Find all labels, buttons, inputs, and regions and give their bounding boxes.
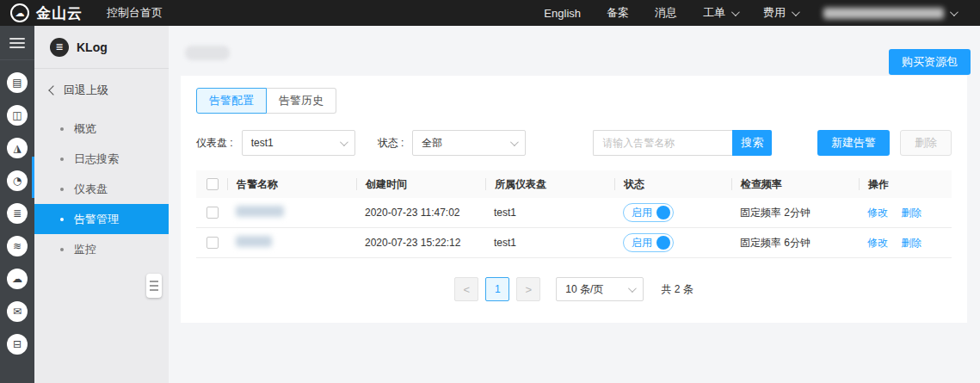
topbar-link-billing[interactable]: 费用 xyxy=(763,5,798,21)
chevron-down-icon xyxy=(510,138,519,146)
tab-alarm-history[interactable]: 告警历史 xyxy=(267,88,336,114)
dashboard-cell: test1 xyxy=(485,237,614,249)
main-content: 购买资源包 告警配置 告警历史 仪表盘 : test1 状态 : 全部 搜索 xyxy=(169,26,980,383)
status-toggle-label: 启用 xyxy=(632,236,652,250)
dashboard-cell: test1 xyxy=(485,207,614,219)
current-page-button[interactable]: 1 xyxy=(485,277,509,301)
mail-product-icon[interactable]: ✉ xyxy=(7,301,28,322)
chevron-down-icon xyxy=(792,8,800,16)
toggle-knob xyxy=(656,206,670,219)
share-nodes-product-icon[interactable]: ◮ xyxy=(7,138,28,158)
select-all-checkbox[interactable] xyxy=(206,178,219,190)
table-header-row: 告警名称 创建时间 所属仪表盘 状态 检查频率 操作 xyxy=(196,170,952,198)
user-account-menu[interactable] xyxy=(823,8,956,19)
topbar-link-billing-label: 费用 xyxy=(763,5,786,21)
database-product-icon[interactable]: ≣ xyxy=(7,203,28,224)
sidebar-item-label: 监控 xyxy=(74,242,96,257)
chevron-down-icon xyxy=(340,138,348,146)
sidebar-item-dashboard[interactable]: 仪表盘 xyxy=(34,174,169,204)
page-size-value: 10 条/页 xyxy=(565,282,603,297)
frequency-cell: 固定频率 2分钟 xyxy=(731,206,859,220)
header-actions: 操作 xyxy=(859,178,952,190)
redacted-alarm-name xyxy=(236,236,272,247)
header-created-time: 创建时间 xyxy=(356,178,485,190)
chevron-down-icon xyxy=(950,8,958,16)
delete-alarm-button[interactable]: 删除 xyxy=(900,130,952,156)
sidebar-item-overview[interactable]: 概览 xyxy=(34,114,169,144)
created-time-cell: 2020-07-23 15:22:12 xyxy=(356,237,485,249)
server-product-icon[interactable]: ▤ xyxy=(7,72,28,93)
topbar-link-messages[interactable]: 消息 xyxy=(655,5,677,21)
row-checkbox[interactable] xyxy=(206,237,219,249)
sidebar-item-monitoring[interactable]: 监控 xyxy=(34,234,169,264)
sidebar-item-label: 概览 xyxy=(74,121,96,137)
back-label: 回退上级 xyxy=(64,83,108,98)
buy-resource-pack-button[interactable]: 购买资源包 xyxy=(889,49,971,75)
bullet-icon xyxy=(60,248,64,251)
sidebar-item-log-search[interactable]: 日志搜索 xyxy=(34,144,169,174)
sidebar-menu: 概览 日志搜索 仪表盘 告警管理 监控 xyxy=(34,114,169,264)
status-toggle-on[interactable]: 启用 xyxy=(623,233,674,252)
alarm-name-cell xyxy=(227,236,356,250)
id-card-product-icon[interactable]: ⊟ xyxy=(7,334,28,355)
klog-app-icon: ≣ xyxy=(50,38,69,57)
bullet-icon xyxy=(60,127,64,131)
modify-link[interactable]: 修改 xyxy=(867,207,888,219)
status-cell: 启用 xyxy=(614,203,731,222)
brand-name: 金山云 xyxy=(36,3,83,23)
contacts-product-icon[interactable]: ◫ xyxy=(7,105,28,126)
topbar-link-beian[interactable]: 备案 xyxy=(607,5,629,21)
rail-menu-toggle[interactable] xyxy=(0,26,34,60)
layers-product-icon[interactable]: ≋ xyxy=(7,236,28,256)
back-to-parent-link[interactable]: 回退上级 xyxy=(34,69,169,107)
dashboard-filter-label: 仪表盘 : xyxy=(196,136,233,151)
header-dashboard: 所属仪表盘 xyxy=(485,178,614,190)
next-page-button[interactable]: > xyxy=(516,277,540,301)
search-group: 搜索 xyxy=(593,130,772,156)
create-alarm-button[interactable]: 新建告警 xyxy=(817,130,890,156)
tab-bar: 告警配置 告警历史 xyxy=(196,88,952,114)
search-button[interactable]: 搜索 xyxy=(732,130,772,156)
alarm-card: 告警配置 告警历史 仪表盘 : test1 状态 : 全部 搜索 新建告警 删除 xyxy=(181,76,967,323)
page-size-select[interactable]: 10 条/页 xyxy=(556,277,644,301)
delete-link[interactable]: 删除 xyxy=(901,237,921,249)
redacted-alarm-name xyxy=(236,206,284,217)
chevron-down-icon xyxy=(628,284,637,293)
prev-page-button[interactable]: < xyxy=(454,277,478,301)
dashboard-select[interactable]: test1 xyxy=(242,130,355,156)
status-filter-label: 状态 : xyxy=(378,136,404,151)
menu-list-icon xyxy=(9,38,25,48)
topbar-link-tickets[interactable]: 工单 xyxy=(703,5,737,21)
status-select-value: 全部 xyxy=(422,136,442,151)
alarm-name-search-input[interactable] xyxy=(593,130,732,156)
created-time-cell: 2020-07-23 11:47:02 xyxy=(356,207,485,219)
modify-link[interactable]: 修改 xyxy=(867,237,888,249)
alarm-table: 告警名称 创建时间 所属仪表盘 状态 检查频率 操作 2020-07-23 11… xyxy=(196,170,952,258)
cloud-network-product-icon[interactable]: ◔ xyxy=(7,170,28,191)
sidebar-item-label: 仪表盘 xyxy=(74,182,108,197)
alarm-name-cell xyxy=(227,206,356,219)
sidebar: ≣ KLog 回退上级 概览 日志搜索 仪表盘 告警管理 监控 xyxy=(34,26,169,383)
console-home-link[interactable]: 控制台首页 xyxy=(107,5,163,21)
delete-link[interactable]: 删除 xyxy=(901,207,921,219)
pagination: < 1 > 10 条/页 共 2 条 xyxy=(196,277,952,301)
cloud-logo-icon: ☁ xyxy=(10,3,29,22)
actions-cell: 修改 删除 xyxy=(859,206,952,220)
row-checkbox[interactable] xyxy=(206,207,219,219)
tab-alarm-config[interactable]: 告警配置 xyxy=(196,88,267,114)
status-toggle-on[interactable]: 启用 xyxy=(623,203,674,222)
topbar-link-english[interactable]: English xyxy=(544,7,581,20)
status-cell: 启用 xyxy=(614,233,731,252)
header-check-frequency: 检查频率 xyxy=(731,178,859,190)
sidebar-collapse-handle[interactable] xyxy=(146,274,162,298)
bullet-icon xyxy=(60,218,64,221)
cloud-upload-product-icon[interactable]: ☁ xyxy=(7,269,28,289)
brand-logo[interactable]: ☁ 金山云 xyxy=(0,3,91,23)
sidebar-item-alarm-management[interactable]: 告警管理 xyxy=(34,204,169,234)
frequency-cell: 固定频率 6分钟 xyxy=(731,236,859,250)
sidebar-app-header: ≣ KLog xyxy=(34,26,169,69)
status-select[interactable]: 全部 xyxy=(412,130,526,156)
status-toggle-label: 启用 xyxy=(632,206,652,220)
bullet-icon xyxy=(60,158,64,161)
filter-bar: 仪表盘 : test1 状态 : 全部 搜索 新建告警 删除 xyxy=(196,129,952,157)
